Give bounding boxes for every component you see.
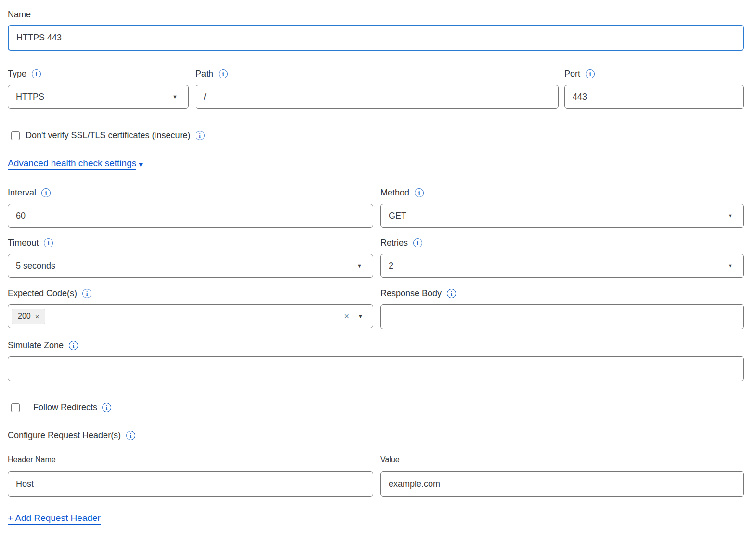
expected-codes-label: Expected Code(s) i [8, 288, 373, 299]
verify-ssl-label: Don't verify SSL/TLS certificates (insec… [26, 130, 191, 141]
caret-down-icon: ▼ [137, 161, 144, 168]
advanced-settings-link[interactable]: Advanced health check settings ▼ [8, 158, 144, 170]
simulate-zone-info-icon[interactable]: i [69, 341, 78, 350]
value-column-label: Value [380, 455, 744, 465]
chevron-down-icon: ▼ [358, 314, 363, 319]
follow-redirects-row: Follow Redirects i [8, 403, 744, 413]
expected-codes-multiselect[interactable]: 200 × × ▼ [8, 304, 373, 328]
expected-code-chip: 200 × [12, 309, 45, 324]
follow-redirects-info-icon[interactable]: i [102, 403, 111, 412]
simulate-zone-label-text: Simulate Zone [8, 340, 64, 351]
expected-code-chip-text: 200 [18, 312, 31, 321]
path-info-icon[interactable]: i [219, 69, 228, 78]
add-request-header-link[interactable]: + Add Request Header [8, 513, 101, 525]
request-header-row [8, 471, 744, 497]
method-select-value: GET [389, 211, 406, 221]
name-label-text: Name [8, 9, 31, 20]
verify-ssl-row: Don't verify SSL/TLS certificates (insec… [8, 130, 744, 141]
method-info-icon[interactable]: i [415, 188, 424, 197]
retries-label: Retries i [380, 237, 744, 248]
header-name-input[interactable] [8, 471, 373, 497]
expected-codes-info-icon[interactable]: i [82, 289, 91, 298]
name-input[interactable] [8, 25, 744, 51]
timeout-info-icon[interactable]: i [44, 238, 53, 247]
timeout-select-value: 5 seconds [16, 261, 55, 271]
header-name-column-text: Header Name [8, 455, 56, 465]
method-select[interactable]: GET ▼ [380, 204, 744, 228]
method-label: Method i [380, 187, 744, 198]
interval-label-text: Interval [8, 187, 36, 198]
type-select-value: HTTPS [16, 92, 44, 102]
interval-label: Interval i [8, 187, 373, 198]
value-column-text: Value [380, 455, 400, 465]
interval-info-icon[interactable]: i [41, 188, 51, 197]
header-value-input[interactable] [380, 471, 744, 497]
request-headers-section-label: Configure Request Header(s) i [8, 430, 744, 441]
response-body-label: Response Body i [380, 288, 744, 299]
verify-ssl-checkbox[interactable] [11, 131, 20, 140]
expected-codes-label-text: Expected Code(s) [8, 288, 77, 299]
multiselect-controls: × ▼ [344, 312, 363, 321]
type-label: Type i [8, 68, 189, 79]
follow-redirects-checkbox[interactable] [11, 403, 20, 412]
clear-icon[interactable]: × [344, 312, 350, 321]
advanced-settings-link-text: Advanced health check settings [8, 158, 136, 170]
chevron-down-icon: ▼ [728, 263, 733, 269]
timeout-label-text: Timeout [8, 237, 39, 248]
timeout-label: Timeout i [8, 237, 373, 248]
response-body-input[interactable] [380, 304, 744, 329]
path-label: Path i [196, 68, 559, 79]
retries-select[interactable]: 2 ▼ [380, 254, 744, 278]
port-label-text: Port [564, 68, 580, 79]
port-label: Port i [564, 68, 744, 79]
name-label: Name [8, 9, 744, 20]
timeout-select[interactable]: 5 seconds ▼ [8, 254, 373, 278]
path-label-text: Path [196, 68, 213, 79]
type-info-icon[interactable]: i [32, 69, 41, 78]
chevron-down-icon: ▼ [172, 94, 178, 100]
response-body-label-text: Response Body [380, 288, 442, 299]
type-label-text: Type [8, 68, 26, 79]
chevron-down-icon: ▼ [728, 213, 733, 219]
chip-remove-icon[interactable]: × [35, 312, 39, 321]
retries-info-icon[interactable]: i [413, 238, 422, 247]
retries-label-text: Retries [380, 237, 408, 248]
request-headers-info-icon[interactable]: i [126, 431, 135, 440]
method-label-text: Method [380, 187, 409, 198]
port-input[interactable] [564, 85, 744, 109]
chevron-down-icon: ▼ [357, 263, 362, 269]
simulate-zone-label: Simulate Zone i [8, 340, 744, 351]
health-check-form: Name Type i HTTPS ▼ Path i Port i [0, 0, 756, 533]
follow-redirects-label: Follow Redirects [33, 403, 97, 413]
header-name-column-label: Header Name [8, 455, 373, 465]
path-input[interactable] [196, 85, 559, 109]
add-request-header-link-text: + Add Request Header [8, 513, 101, 525]
interval-input[interactable] [8, 204, 373, 228]
port-info-icon[interactable]: i [586, 69, 595, 78]
simulate-zone-input[interactable] [8, 356, 744, 381]
request-headers-section-text: Configure Request Header(s) [8, 430, 121, 441]
verify-ssl-info-icon[interactable]: i [196, 131, 205, 140]
type-select[interactable]: HTTPS ▼ [8, 85, 189, 109]
response-body-info-icon[interactable]: i [447, 289, 456, 298]
retries-select-value: 2 [389, 261, 393, 271]
